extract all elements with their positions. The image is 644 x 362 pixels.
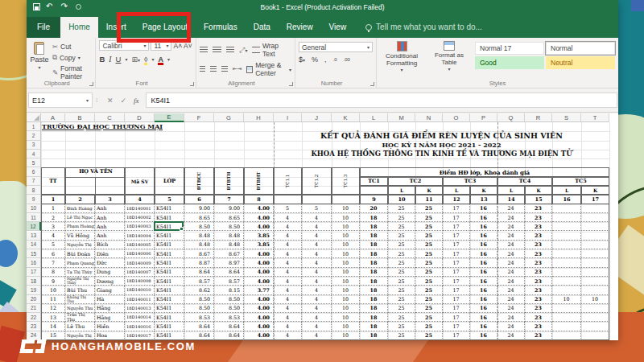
cell-C18[interactable]: Dương — [95, 277, 125, 286]
header-vertical-ĐTBTH[interactable]: ĐTBTH — [214, 167, 244, 195]
cell-O22[interactable]: 17 — [443, 313, 470, 322]
align-center-icon[interactable] — [210, 66, 217, 72]
format-as-table-button[interactable]: Format as Table▾ — [427, 40, 471, 73]
column-header-C[interactable]: C — [95, 113, 125, 122]
header-col-number[interactable]: 10 — [388, 195, 415, 204]
cell-B16[interactable]: Phạm Quang — [65, 258, 95, 267]
column-header-J[interactable]: J — [302, 113, 332, 122]
cell-R22[interactable]: 23 — [525, 313, 552, 322]
cell-O23[interactable]: 17 — [443, 322, 470, 331]
cell-G12[interactable]: 8.50 — [214, 222, 244, 231]
cell-S22[interactable] — [552, 313, 581, 322]
cell-C12[interactable]: Anh — [95, 222, 125, 231]
cell-G14[interactable]: 8.48 — [214, 241, 244, 249]
cell-F22[interactable]: 8.53 — [184, 313, 214, 322]
column-header-B[interactable]: B — [65, 113, 95, 122]
cell-P14[interactable]: 16 — [470, 241, 497, 249]
cell-style-neutral[interactable]: Neutral — [546, 56, 615, 69]
cell-S20[interactable]: 10 — [552, 295, 581, 304]
cell-C16[interactable]: Đức — [95, 258, 125, 267]
cell-O13[interactable]: 17 — [443, 232, 470, 241]
cell-N22[interactable]: 25 — [415, 313, 443, 322]
header-col-number[interactable] — [302, 195, 332, 204]
borders-icon[interactable]: ⊞▾ — [131, 56, 140, 64]
row-header-9[interactable]: 9 — [27, 195, 41, 204]
cell-N23[interactable]: 25 — [415, 322, 443, 331]
cell-T14[interactable] — [581, 241, 609, 249]
cell-L17[interactable]: 18 — [360, 268, 388, 277]
cell-T18[interactable] — [581, 277, 609, 286]
cell-B14[interactable]: Nguyễn Thị — [65, 241, 95, 249]
cell-I14[interactable]: 4 — [274, 241, 302, 249]
cell-M20[interactable]: 25 — [388, 295, 415, 304]
cell-R17[interactable]: 23 — [525, 268, 552, 277]
header-sub-l[interactable]: L — [552, 186, 581, 195]
cell-B10[interactable]: Đinh Hoàng — [65, 204, 95, 213]
cell-E14[interactable]: K54I1 — [155, 241, 184, 249]
cell-B15[interactable]: Bùi Đoàn — [65, 249, 95, 258]
column-header-L[interactable]: L — [360, 113, 388, 122]
cell-L23[interactable]: 18 — [360, 322, 388, 331]
cell-N12[interactable]: 25 — [415, 222, 443, 231]
cell-G20[interactable]: 8.50 — [214, 295, 244, 304]
cell-R19[interactable]: 23 — [525, 286, 552, 294]
cell-B18[interactable]: Nguyễn Thị Thùy — [65, 277, 95, 286]
column-header-H[interactable]: H — [244, 113, 274, 122]
cell-T19[interactable] — [581, 286, 609, 294]
cell-B20[interactable]: Khổng Thị Thu — [65, 295, 95, 304]
row-header-21[interactable]: 21 — [27, 304, 41, 313]
cell-M11[interactable]: 25 — [388, 213, 415, 222]
cell-K13[interactable]: 10 — [332, 232, 360, 241]
cell-E16[interactable]: K54I1 — [155, 258, 184, 267]
cell-A14[interactable]: 5 — [41, 241, 65, 249]
cell-R10[interactable]: 23 — [525, 204, 552, 213]
header-col-number[interactable]: 17 — [581, 195, 609, 204]
conditional-formatting-button[interactable]: Conditional Formatting▾ — [380, 40, 423, 73]
cell-C17[interactable]: Dung — [95, 268, 125, 277]
cell-F19[interactable]: 8.62 — [184, 286, 214, 294]
cell-L21[interactable]: 18 — [360, 304, 388, 313]
cell-R23[interactable]: 23 — [525, 322, 552, 331]
decrease-decimal-button[interactable]: .00 — [344, 57, 350, 62]
cell-P11[interactable]: 16 — [470, 213, 497, 222]
header-sub-k[interactable]: K — [525, 186, 552, 195]
column-header-I[interactable]: I — [274, 113, 302, 122]
cell-I15[interactable]: 4 — [274, 249, 302, 258]
header-col-number[interactable]: 8 — [244, 195, 274, 204]
cell-S14[interactable] — [552, 241, 581, 249]
cell-M16[interactable]: 25 — [388, 258, 415, 267]
header-col-number[interactable]: 16 — [552, 195, 581, 204]
cell-K21[interactable]: 10 — [332, 304, 360, 313]
cell-K23[interactable]: 10 — [332, 322, 360, 331]
worksheet-grid[interactable]: ABCDEFGHIJKLMNOPQRST12345678910111213141… — [27, 113, 618, 340]
column-header-T[interactable]: T — [581, 113, 609, 122]
cell-K16[interactable]: 10 — [332, 258, 360, 267]
cell-T20[interactable]: 10 — [581, 295, 609, 304]
cell-N15[interactable]: 25 — [415, 249, 443, 258]
cell-N19[interactable]: 25 — [415, 286, 443, 294]
header-col-number[interactable]: 3 — [95, 195, 125, 204]
cell-A12[interactable]: 3 — [41, 222, 65, 231]
column-header-A[interactable]: A — [41, 113, 65, 122]
format-painter-button[interactable]: ✎Format Painter — [52, 64, 93, 80]
cell-G23[interactable]: 8.64 — [214, 322, 244, 331]
column-header-E[interactable]: E — [155, 113, 184, 122]
cell-Q13[interactable]: 24 — [497, 232, 525, 241]
cell-A11[interactable]: 2 — [41, 213, 65, 222]
cell-H19[interactable]: 3.77 — [244, 286, 274, 294]
cell-S15[interactable] — [552, 249, 581, 258]
copy-button[interactable]: ⧉Copy▾ — [52, 53, 93, 62]
italic-button[interactable]: I — [109, 56, 111, 64]
header-col-number[interactable]: 14 — [497, 195, 525, 204]
cell-E23[interactable]: K54I1 — [155, 322, 184, 331]
cell-J10[interactable]: 5 — [302, 204, 332, 213]
cell-E19[interactable]: K54I1 — [155, 286, 184, 294]
cell-T10[interactable] — [581, 204, 609, 213]
cell-Q10[interactable]: 24 — [497, 204, 525, 213]
cell-D23[interactable]: 18D140016 — [125, 322, 155, 331]
cell-O19[interactable]: 17 — [443, 286, 470, 294]
indent-icons[interactable]: ⇤⇥ — [233, 66, 242, 72]
cell-P20[interactable]: 16 — [470, 295, 497, 304]
cell-J23[interactable]: 4 — [302, 322, 332, 331]
cell-R11[interactable]: 23 — [525, 213, 552, 222]
